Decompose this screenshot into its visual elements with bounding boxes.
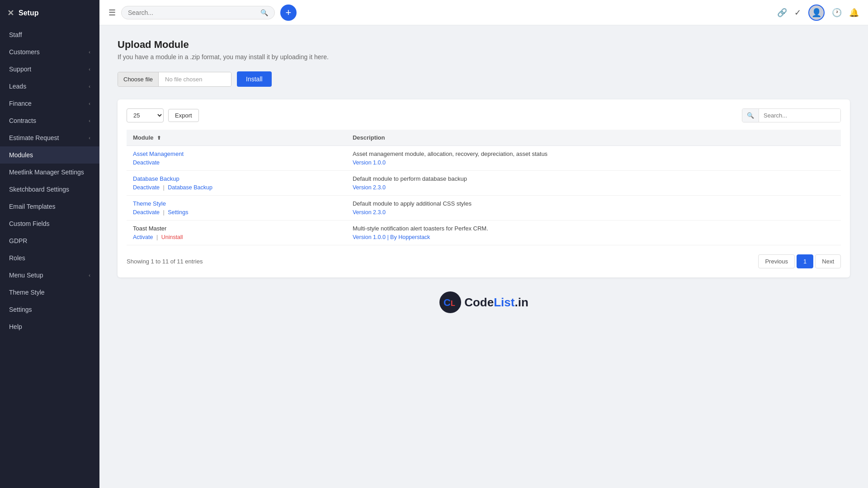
module-version: Version 1.0.0 | By Hopperstack bbox=[353, 234, 430, 240]
description-cell: Asset management module, allocation, rec… bbox=[346, 146, 841, 171]
sidebar-item-label: Roles bbox=[9, 254, 25, 262]
table-search-input[interactable] bbox=[759, 109, 840, 122]
table-body: Asset ManagementDeactivateAsset manageme… bbox=[127, 146, 841, 245]
search-input[interactable] bbox=[128, 9, 257, 16]
module-name[interactable]: Theme Style bbox=[133, 200, 340, 207]
sidebar-item-staff[interactable]: Staff bbox=[0, 26, 99, 43]
sidebar-item-label: Estimate Request bbox=[9, 134, 59, 141]
table-search: 🔍 bbox=[742, 108, 841, 122]
sidebar-item-settings[interactable]: Settings bbox=[0, 301, 99, 318]
sidebar-item-label: Meetlink Manager Settings bbox=[9, 169, 84, 176]
sidebar-item-label: Email Templates bbox=[9, 203, 55, 210]
sidebar-item-leads[interactable]: Leads‹ bbox=[0, 78, 99, 95]
module-version: Version 1.0.0 bbox=[353, 160, 386, 166]
chevron-icon: ‹ bbox=[89, 118, 90, 123]
description-cell: Multi-style notification alert toasters … bbox=[346, 221, 841, 245]
chevron-icon: ‹ bbox=[89, 272, 90, 278]
sidebar-item-label: Support bbox=[9, 66, 31, 73]
footer: C L CodeList.in bbox=[118, 277, 850, 318]
check-icon[interactable]: ✓ bbox=[794, 8, 801, 18]
module-name[interactable]: Toast Master bbox=[133, 225, 340, 232]
export-button[interactable]: Export bbox=[168, 109, 199, 122]
per-page-select[interactable]: 25 50 100 bbox=[127, 108, 164, 122]
sidebar-item-contracts[interactable]: Contracts‹ bbox=[0, 112, 99, 129]
file-name-display: No file chosen bbox=[159, 72, 231, 86]
sidebar-item-estimate-request[interactable]: Estimate Request‹ bbox=[0, 129, 99, 146]
action-link-uninstall[interactable]: Uninstall bbox=[161, 234, 183, 240]
sidebar-item-theme-style[interactable]: Theme Style bbox=[0, 284, 99, 301]
sidebar-item-meetlink-manager-settings[interactable]: Meetlink Manager Settings bbox=[0, 164, 99, 181]
col-module-label: Module bbox=[133, 134, 154, 141]
action-separator: | bbox=[155, 234, 159, 240]
modules-table: Module ⬆ Description Asset ManagementDea… bbox=[127, 130, 841, 245]
action-separator: | bbox=[161, 209, 166, 216]
chevron-icon: ‹ bbox=[89, 66, 90, 72]
sidebar-item-label: Modules bbox=[9, 151, 33, 159]
action-link-deactivate[interactable]: Deactivate bbox=[133, 209, 160, 216]
main-area: ☰ 🔍 + 🔗 ✓ 👤 🕐 🔔 Upload Module If you hav… bbox=[99, 0, 868, 488]
page-title: Upload Module bbox=[118, 39, 850, 51]
table-row: Theme StyleDeactivate | SettingsDefault … bbox=[127, 196, 841, 221]
sidebar-item-gdpr[interactable]: GDPR bbox=[0, 232, 99, 249]
action-link-deactivate[interactable]: Deactivate bbox=[133, 160, 160, 166]
share-icon[interactable]: 🔗 bbox=[777, 8, 787, 18]
sidebar-item-label: GDPR bbox=[9, 237, 27, 244]
search-box: 🔍 bbox=[121, 6, 275, 19]
version-link[interactable]: Hopperstack bbox=[398, 234, 430, 240]
module-actions: Deactivate | Database Backup bbox=[133, 184, 212, 191]
sort-icon[interactable]: ⬆ bbox=[157, 135, 161, 141]
action-link-database-backup[interactable]: Database Backup bbox=[168, 184, 212, 191]
sidebar-item-label: Finance bbox=[9, 100, 32, 107]
sidebar: ✕ Setup StaffCustomers‹Support‹Leads‹Fin… bbox=[0, 0, 99, 488]
sidebar-item-roles[interactable]: Roles bbox=[0, 249, 99, 267]
sidebar-item-label: Sketchboard Settings bbox=[9, 186, 69, 193]
footer-logo: C L CodeList.in bbox=[439, 291, 528, 314]
showing-text: Showing 1 to 11 of 11 entries bbox=[127, 258, 203, 265]
choose-file-button[interactable]: Choose file bbox=[118, 72, 159, 86]
module-description: Asset management module, allocation, rec… bbox=[353, 150, 835, 157]
close-icon[interactable]: ✕ bbox=[7, 8, 14, 18]
col-module: Module ⬆ bbox=[127, 130, 346, 146]
menu-icon[interactable]: ☰ bbox=[108, 8, 116, 18]
sidebar-item-label: Settings bbox=[9, 306, 32, 313]
module-name[interactable]: Asset Management bbox=[133, 150, 340, 157]
footer-logo-svg: C L bbox=[439, 291, 462, 314]
sidebar-item-customers[interactable]: Customers‹ bbox=[0, 43, 99, 61]
pagination-row: Showing 1 to 11 of 11 entries Previous 1… bbox=[127, 254, 841, 268]
module-description: Multi-style notification alert toasters … bbox=[353, 225, 835, 232]
previous-button[interactable]: Previous bbox=[758, 254, 795, 268]
install-button[interactable]: Install bbox=[237, 71, 272, 87]
action-separator: | bbox=[161, 184, 166, 191]
clock-icon[interactable]: 🕐 bbox=[832, 8, 842, 18]
action-link-settings[interactable]: Settings bbox=[168, 209, 188, 216]
table-controls: 25 50 100 Export 🔍 bbox=[127, 108, 841, 122]
sidebar-item-email-templates[interactable]: Email Templates bbox=[0, 198, 99, 215]
avatar[interactable]: 👤 bbox=[808, 5, 825, 21]
module-actions: Deactivate | Settings bbox=[133, 209, 188, 216]
sidebar-item-support[interactable]: Support‹ bbox=[0, 61, 99, 78]
bell-icon[interactable]: 🔔 bbox=[849, 8, 859, 18]
sidebar-item-finance[interactable]: Finance‹ bbox=[0, 95, 99, 112]
sidebar-item-menu-setup[interactable]: Menu Setup‹ bbox=[0, 267, 99, 284]
module-description: Default module to perform database backu… bbox=[353, 175, 835, 182]
description-cell: Default module to perform database backu… bbox=[346, 171, 841, 196]
sidebar-item-label: Staff bbox=[9, 31, 22, 38]
action-link-deactivate[interactable]: Deactivate bbox=[133, 184, 160, 191]
page-1-button[interactable]: 1 bbox=[797, 254, 813, 268]
sidebar-item-label: Custom Fields bbox=[9, 220, 49, 227]
file-input-wrapper: Choose file No file chosen bbox=[118, 72, 231, 87]
module-cell: Database BackupDeactivate | Database Bac… bbox=[127, 171, 346, 196]
page-title-area: Upload Module If you have a module in a … bbox=[118, 39, 850, 61]
next-button[interactable]: Next bbox=[815, 254, 841, 268]
sidebar-item-modules[interactable]: Modules bbox=[0, 146, 99, 164]
chevron-icon: ‹ bbox=[89, 135, 90, 141]
module-name[interactable]: Database Backup bbox=[133, 175, 340, 182]
sidebar-item-custom-fields[interactable]: Custom Fields bbox=[0, 215, 99, 232]
sidebar-item-help[interactable]: Help bbox=[0, 318, 99, 335]
module-cell: Theme StyleDeactivate | Settings bbox=[127, 196, 346, 221]
action-link-activate[interactable]: Activate bbox=[133, 234, 153, 240]
pagination-controls: Previous 1 Next bbox=[758, 254, 841, 268]
add-button[interactable]: + bbox=[280, 5, 297, 21]
sidebar-item-sketchboard-settings[interactable]: Sketchboard Settings bbox=[0, 181, 99, 198]
topbar-right: 🔗 ✓ 👤 🕐 🔔 bbox=[777, 5, 859, 21]
